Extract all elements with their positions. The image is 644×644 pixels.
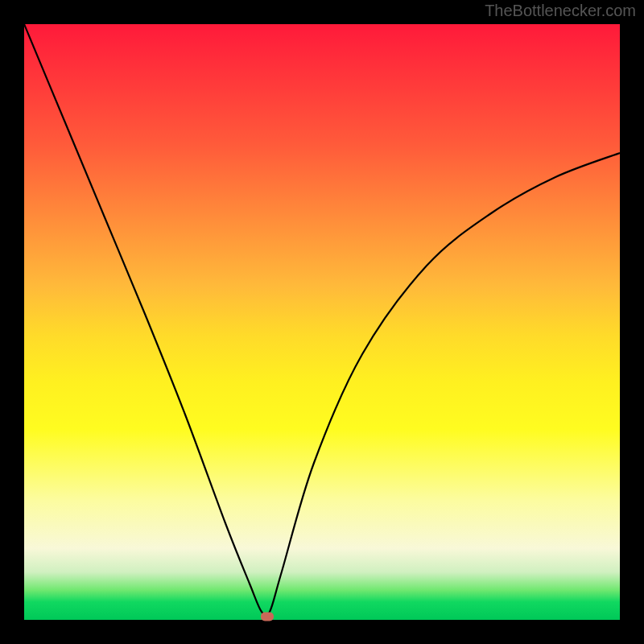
bottleneck-curve [24, 24, 620, 620]
watermark-text: TheBottlenecker.com [485, 2, 636, 20]
chart-plot-area [24, 24, 620, 620]
optimal-point-marker [261, 613, 274, 621]
